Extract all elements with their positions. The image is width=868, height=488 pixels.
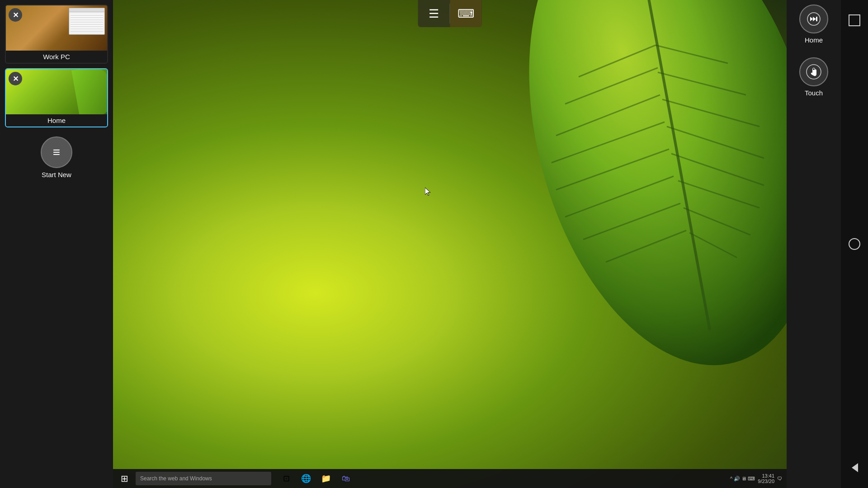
store-icon[interactable]: 🛍: [338, 470, 354, 487]
wallpaper: [113, 0, 787, 488]
session-card-work-pc[interactable]: ✕ Work PC: [5, 5, 108, 64]
session-card-home[interactable]: ✕ Home: [5, 68, 108, 127]
main-content-area: ☰ ⌨ ⊞ Search the web and Windows ⊡ 🌐 📁 🛍…: [113, 0, 787, 488]
close-home-button[interactable]: ✕: [9, 72, 22, 85]
home-nav-label: Home: [805, 36, 823, 44]
system-tray-icons: ^ 🔊 🖥 ⌨: [730, 476, 755, 482]
clock-date: 9/23/20: [758, 479, 774, 484]
home-nav-icon: [799, 5, 828, 33]
far-right-panel: [841, 0, 868, 488]
touch-nav-button[interactable]: Touch: [799, 57, 828, 97]
svg-point-0: [482, 0, 787, 384]
windows-taskbar: ⊞ Search the web and Windows ⊡ 🌐 📁 🛍 ^ 🔊…: [113, 469, 787, 488]
svg-marker-20: [810, 17, 813, 21]
notification-icon[interactable]: 🗨: [777, 476, 782, 481]
home-thumb-leaf-decoration: [71, 69, 107, 114]
touch-nav-label: Touch: [805, 89, 823, 97]
leaf-decoration: [402, 0, 787, 384]
svg-marker-27: [852, 463, 858, 472]
menu-button[interactable]: ☰: [418, 0, 450, 27]
edge-icon[interactable]: 🌐: [298, 470, 314, 487]
right-sidebar: Home Touch: [787, 0, 841, 488]
left-sidebar: ✕ Work PC ✕ Home ≡ Start New: [0, 0, 113, 488]
taskbar-search-text: Search the web and Windows: [140, 475, 212, 482]
clock: 13:41 9/23/20: [758, 473, 774, 484]
file-explorer-icon[interactable]: 📁: [318, 470, 334, 487]
keyboard-button[interactable]: ⌨: [450, 0, 482, 27]
svg-marker-21: [813, 17, 816, 21]
home-label: Home: [6, 114, 107, 127]
svg-rect-22: [816, 17, 817, 21]
start-new-button[interactable]: ≡ Start New: [41, 136, 72, 178]
task-view-button[interactable]: ⊡: [278, 470, 294, 487]
svg-point-24: [813, 68, 815, 70]
taskbar-search[interactable]: Search the web and Windows: [136, 472, 271, 485]
work-pc-label: Work PC: [6, 51, 107, 63]
home-nav-button[interactable]: Home: [799, 5, 828, 44]
clock-time: 13:41: [762, 473, 774, 479]
close-work-pc-button[interactable]: ✕: [9, 8, 22, 22]
taskbar-right-area: ^ 🔊 🖥 ⌨ 13:41 9/23/20 🗨: [730, 473, 787, 484]
touch-nav-icon: [799, 57, 828, 86]
square-icon-button[interactable]: [843, 9, 866, 32]
start-new-label: Start New: [42, 171, 71, 178]
browser-mini-preview: [69, 8, 105, 35]
top-toolbar: ☰ ⌨: [418, 0, 482, 27]
taskbar-app-icons: ⊡ 🌐 📁 🛍: [278, 470, 354, 487]
start-menu-button[interactable]: ⊞: [113, 469, 136, 488]
svg-point-26: [849, 239, 860, 249]
back-icon-button[interactable]: [843, 456, 866, 479]
circle-icon-button[interactable]: [843, 233, 866, 255]
svg-rect-25: [849, 15, 860, 26]
start-new-icon: ≡: [41, 136, 72, 168]
